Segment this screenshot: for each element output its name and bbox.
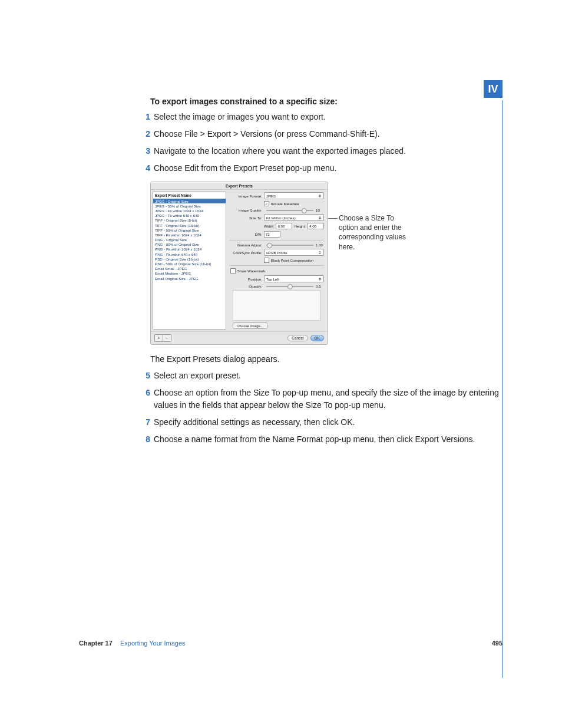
dpi-input[interactable]: 72: [264, 231, 280, 238]
page-number: 495: [492, 640, 503, 647]
dialog-figure: Export Presets Export Preset Name JPEG -…: [150, 182, 515, 345]
position-label: Position:: [229, 277, 264, 281]
dpi-label: DPI:: [229, 232, 264, 236]
opacity-label: Opacity:: [229, 284, 264, 288]
step-3: 3Navigate to the location where you want…: [150, 145, 515, 157]
opacity-slider[interactable]: [266, 286, 313, 287]
cancel-button[interactable]: Cancel: [287, 335, 308, 341]
gamma-value: 1.00: [316, 243, 324, 247]
preset-item[interactable]: PNG - Fit within 640 x 640: [155, 252, 224, 256]
preset-item[interactable]: TIFF - Original Size (8-bit): [155, 218, 224, 223]
opacity-value: 0.5: [316, 284, 324, 288]
preset-item[interactable]: Email Small - JPEG: [155, 266, 224, 271]
section-tab: IV: [484, 80, 503, 98]
preset-item[interactable]: JPEG - Original Size: [153, 199, 226, 203]
image-quality-slider[interactable]: [266, 210, 313, 211]
image-format-select[interactable]: JPEG: [264, 192, 324, 199]
remove-preset-button[interactable]: −: [163, 334, 171, 342]
step-4: 4Choose Edit from the Export Preset pop-…: [150, 162, 515, 174]
position-select[interactable]: Top Left: [264, 275, 324, 282]
preset-item[interactable]: PNG - Original Size: [155, 238, 224, 242]
step-6: 6Choose an option from the Size To pop-u…: [150, 387, 515, 411]
colorsync-label: ColorSync Profile:: [229, 251, 264, 255]
select-arrows-icon: [318, 215, 322, 220]
select-arrows-icon: [318, 193, 322, 198]
dialog-title: Export Presets: [151, 182, 328, 190]
step-2: 2Choose File > Export > Versions (or pre…: [150, 128, 515, 140]
preset-item[interactable]: TIFF - Fit within 1024 x 1024: [155, 232, 224, 237]
step-1: 1Select the image or images you want to …: [150, 111, 515, 123]
colorsync-select[interactable]: sRGB Profile: [264, 249, 324, 256]
watermark-preview: [233, 290, 320, 321]
add-preset-button[interactable]: +: [154, 334, 163, 342]
figure-caption: The Export Presets dialog appears.: [150, 353, 515, 365]
image-format-label: Image Format:: [229, 194, 264, 198]
preset-item[interactable]: JPEG - 50% of Original Size: [155, 203, 224, 208]
gamma-slider[interactable]: [266, 245, 313, 246]
height-input[interactable]: 4.00: [308, 223, 324, 229]
width-label: Width:: [264, 224, 275, 228]
step-8: 8Choose a name format from the Name Form…: [150, 433, 515, 446]
preset-list[interactable]: Export Preset Name JPEG - Original Size …: [153, 192, 226, 330]
preset-item[interactable]: PNG - Fit within 1024 x 1024: [155, 247, 224, 252]
preset-item[interactable]: PSD - 50% of Original Size (16-bit): [155, 261, 224, 266]
show-watermark-checkbox[interactable]: Show Watermark: [230, 268, 324, 274]
preset-item[interactable]: TIFF - Original Size (16-bit): [155, 223, 224, 228]
chapter-title: Exporting Your Images: [120, 640, 186, 647]
gamma-label: Gamma Adjust:: [229, 243, 264, 247]
preset-item[interactable]: Email Original Size - JPEG: [155, 276, 224, 281]
size-to-select[interactable]: Fit Within (Inches): [264, 214, 324, 221]
include-metadata-checkbox[interactable]: ✓Include Metadata: [264, 201, 324, 206]
preset-item[interactable]: JPEG - Fit within 640 x 640: [155, 213, 224, 218]
width-input[interactable]: 6.00: [276, 223, 292, 229]
height-label: Height:: [294, 224, 306, 228]
preset-item[interactable]: PNG - 50% of Original Size: [155, 242, 224, 247]
export-presets-dialog: Export Presets Export Preset Name JPEG -…: [150, 182, 328, 345]
page-footer: Chapter 17 Exporting Your Images 495: [79, 640, 503, 647]
section-heading: To export images constrained to a specif…: [150, 97, 515, 106]
step-7: 7Specify additional settings as necessar…: [150, 416, 515, 429]
figure-annotation: Choose a Size To option and enter the co…: [339, 213, 409, 252]
preset-item[interactable]: TIFF - 50% of Original Size: [155, 228, 224, 232]
preset-list-header: Export Preset Name: [155, 193, 224, 197]
size-to-label: Size To:: [229, 216, 264, 220]
step-5: 5Select an export preset.: [150, 370, 515, 382]
select-arrows-icon: [318, 276, 322, 281]
image-quality-label: Image Quality:: [229, 208, 264, 212]
preset-item[interactable]: PSD - Original Size (16-bit): [155, 256, 224, 261]
chapter-label: Chapter 17: [79, 640, 113, 647]
preset-item[interactable]: Email Medium - JPEG: [155, 271, 224, 276]
page-content: To export images constrained to a specif…: [150, 97, 515, 450]
select-arrows-icon: [318, 250, 322, 255]
blackpoint-checkbox[interactable]: Black Point Compensation: [264, 258, 324, 263]
image-quality-value: 10: [316, 208, 324, 212]
ok-button[interactable]: OK: [310, 335, 324, 341]
choose-image-button[interactable]: Choose Image...: [233, 322, 267, 329]
dialog-settings: Image Format: JPEG ✓Include Metadata Ima…: [228, 190, 328, 331]
preset-item[interactable]: JPEG - Fit within 1024 x 1024: [155, 208, 224, 213]
